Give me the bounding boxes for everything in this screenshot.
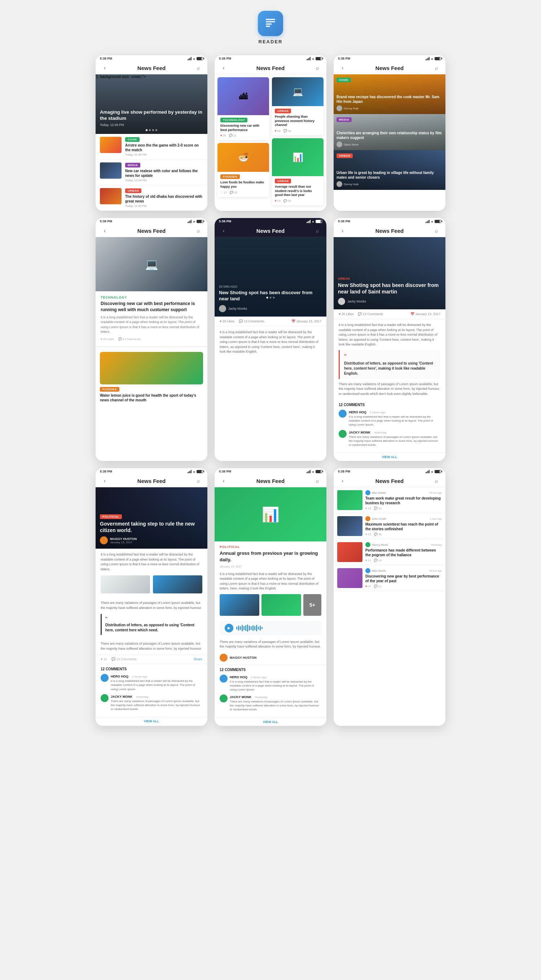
back-icon-8[interactable]: ‹ (220, 477, 228, 485)
view-all-6[interactable]: VIEW ALL (334, 453, 446, 461)
card-3[interactable]: 🍜 FOODIES Love foods be foodies make hap… (217, 143, 269, 197)
list-title-1: Aristre won the the game with 2-0 score … (125, 143, 203, 152)
list-date-3: Today, 12:49 PM (125, 204, 203, 208)
list-title-3: The history of old dhaka has discovered … (125, 194, 203, 204)
p9-item-3[interactable]: Nancy Monk Yesterday Performance has mad… (334, 539, 446, 565)
comment-2: JACKY MONK Yesterday There are many vari… (339, 430, 440, 447)
list-title-2: New car realese with color and follows t… (125, 169, 203, 178)
app-icon-section: READER (258, 11, 283, 45)
p8-author-row: MAGGY HUSTON (214, 652, 327, 665)
p9-img-3 (337, 542, 362, 562)
p9-item-1[interactable]: Max Martin 39 min ago Team work make gre… (334, 487, 446, 513)
back-icon[interactable]: ‹ (101, 64, 109, 72)
nav-bar-2: ‹ News Feed ⌕ (214, 62, 327, 74)
p9-avatar-1 (365, 490, 370, 495)
card-img-2: 💻 (272, 77, 324, 106)
search-icon-6[interactable]: ⌕ (432, 227, 440, 235)
p3-item-2[interactable]: MEDIA Chelerities are arranging their ow… (334, 114, 446, 150)
card-col-left: 🏙 TECHNOLOGY Discovering new car with be… (217, 77, 269, 205)
img-office (101, 575, 150, 593)
thumb-3 (100, 188, 122, 204)
p7-body1: It is a long established fact that a rea… (95, 549, 207, 575)
p7-actions: ♥ 12 💬 13 Comments Share (95, 655, 207, 664)
tag-foodies-2: FOODIES (221, 174, 240, 179)
search-icon-5[interactable]: ⌕ (313, 227, 321, 235)
view-all-8[interactable]: VIEW ALL (214, 718, 327, 726)
search-icon-9[interactable]: ⌕ (432, 477, 440, 485)
card-col-right: 💻 URBAN People shareing than preveous mo… (272, 77, 324, 205)
hero-date-1: Today, 12:49 PM (100, 123, 203, 127)
status-bar-1: 5:38 PM ▲ (95, 55, 207, 62)
p9-avatar-3 (365, 542, 370, 547)
phone-9: 5:38 PM ▲ ‹ News Feed ⌕ Max Martin 39 mi… (334, 468, 446, 726)
p9-avatar-4 (365, 568, 370, 573)
back-icon-2[interactable]: ‹ (220, 64, 228, 72)
back-icon-5[interactable]: ‹ (220, 227, 228, 235)
tag-urban-3: URBAN (275, 179, 291, 183)
phone-2: 5:38 PM ▲ ‹ News Feed ⌕ 🏙 TECHNOLOGY Dis… (214, 55, 327, 211)
status-icons-1: ▲ (187, 57, 203, 60)
audio-wave (236, 624, 316, 632)
img-meeting (153, 575, 202, 593)
list-date-2: Today, 12:49 PM (125, 179, 203, 182)
back-icon-7[interactable]: ‹ (101, 477, 109, 485)
battery-icon (197, 57, 203, 60)
hero-title-1: Amaging live show performed by yesterday… (100, 109, 203, 122)
back-icon-9[interactable]: ‹ (339, 477, 347, 485)
phone-5: 5:38 PM ▲ ‹ News Feed ⌕ 25 MIN AGO New S… (214, 218, 327, 461)
p9-avatar-2 (365, 516, 370, 521)
p8-body1: It is a long established fact that a rea… (214, 572, 327, 594)
comments-7: 12 COMMENTS HERO HOQ 2 Hours ago It is a… (95, 664, 207, 717)
search-icon-7[interactable]: ⌕ (194, 477, 202, 485)
play-button[interactable]: ▶ (225, 624, 233, 632)
quote-icon: " (344, 353, 436, 360)
p8-author-avatar (220, 654, 228, 662)
search-icon-4[interactable]: ⌕ (194, 227, 202, 235)
detail-body-6: It is a long established fact that a rea… (334, 319, 446, 400)
tag-urban-1: URBAN (125, 188, 141, 193)
p9-item-4[interactable]: Max Martin 39 min ago Discovering new ge… (334, 565, 446, 591)
card-2[interactable]: 💻 URBAN People shareing than preveous mo… (272, 77, 324, 135)
list-item-2[interactable]: MEDIA New car realese with color and fol… (95, 159, 207, 185)
p9-item-2[interactable]: John Smith 1 hour ago Maximum scientiest… (334, 513, 446, 539)
back-icon-4[interactable]: ‹ (101, 227, 109, 235)
view-all-7[interactable]: VIEW ALL (95, 717, 207, 725)
search-icon-3[interactable]: ⌕ (432, 64, 440, 72)
search-icon-2[interactable]: ⌕ (313, 64, 321, 72)
p8-body2: There are many variations of passages of… (214, 638, 327, 652)
p3-item-1[interactable]: COOK Brand new reciepe has discovered th… (334, 74, 446, 114)
app-icon (258, 11, 283, 36)
p8-images: 5+ (214, 594, 327, 619)
audio-player-8[interactable]: ▶ (220, 621, 321, 635)
comment-avatar-1 (339, 410, 347, 418)
phone-8: 5:38 PM ▲ ‹ News Feed ⌕ 📊 POLITICAL Annu… (214, 468, 327, 726)
reader-icon (263, 17, 278, 30)
p9-img-4 (337, 568, 362, 588)
share-btn-7[interactable]: Share (194, 657, 202, 661)
tag-urban-2: URBAN (275, 109, 291, 113)
card-img-3: 🍜 (217, 143, 269, 172)
card-4[interactable]: 📊 URBAN Average result than our student … (272, 138, 324, 205)
p7-images (95, 575, 207, 597)
political-hero-7: POLITICAL Government taking step to rule… (95, 487, 207, 549)
list-item-3[interactable]: URBAN The history of old dhaka has disco… (95, 185, 207, 211)
list-date-1: Today, 01:40 PM (125, 153, 203, 156)
back-icon-3[interactable]: ‹ (339, 64, 347, 72)
hero-content-1: Amaging live show performed by yesterday… (100, 109, 203, 127)
tag-tech-2: TECHNOLOGY (221, 118, 247, 123)
thumb-1 (100, 137, 122, 153)
nav-title-1: News Feed (109, 65, 194, 71)
list-item-1[interactable]: COOK Aristre won the the game with 2-0 s… (95, 134, 207, 159)
status-bar-2: 5:38 PM ▲ (214, 55, 327, 62)
card-img-4: 📊 (272, 138, 324, 176)
card-1[interactable]: 🏙 TECHNOLOGY Discovering new car with be… (217, 77, 269, 140)
p4-item2[interactable]: FOODIES Water lemon juice is good for he… (95, 348, 207, 407)
p8-comment-1: HERO HOQ 2 Hours ago It is a long establ… (220, 675, 321, 692)
comments-8: 12 COMMENTS HERO HOQ 2 Hours ago It is a… (214, 665, 327, 718)
search-icon-8[interactable]: ⌕ (313, 477, 321, 485)
tag-cook-1: COOK (125, 137, 140, 142)
back-icon-6[interactable]: ‹ (339, 227, 347, 235)
p3-item-3[interactable]: URBAN Urban life is great by leading in … (334, 150, 446, 190)
card-grid: 🏙 TECHNOLOGY Discovering new car with be… (214, 74, 327, 208)
search-icon[interactable]: ⌕ (194, 64, 202, 72)
